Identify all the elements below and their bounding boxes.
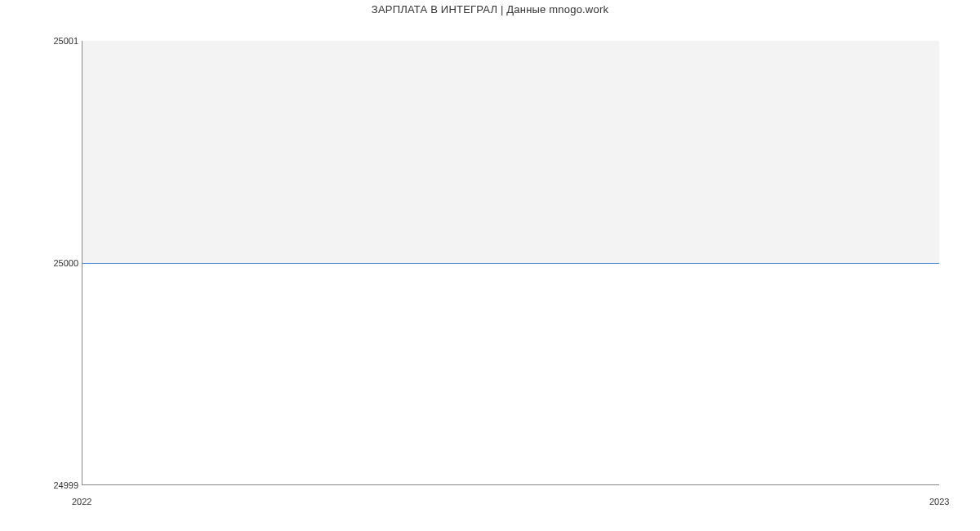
data-line: [82, 263, 939, 264]
x-axis-tick-label: 2023: [929, 497, 949, 506]
x-axis-tick-label: 2022: [72, 497, 91, 506]
plot-area: [82, 41, 939, 485]
y-axis-tick-label: 24999: [29, 480, 78, 490]
area-fill: [82, 41, 939, 263]
chart-title: ЗАРПЛАТА В ИНТЕГРАЛ | Данные mnogo.work: [0, 3, 980, 16]
y-axis-tick-label: 25000: [29, 258, 78, 268]
y-axis-tick-label: 25001: [29, 36, 78, 46]
chart-container: ЗАРПЛАТА В ИНТЕГРАЛ | Данные mnogo.work …: [0, 0, 980, 531]
